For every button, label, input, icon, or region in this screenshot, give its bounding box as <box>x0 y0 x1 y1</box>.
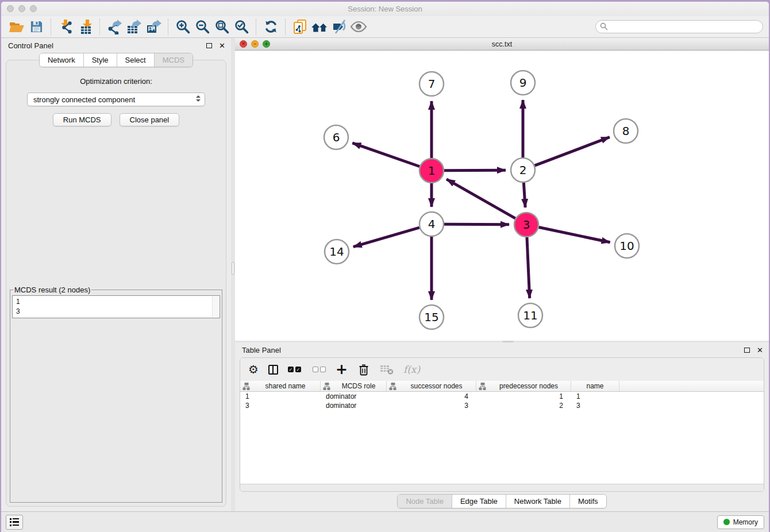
close-panel-icon[interactable]: ✕ <box>219 42 225 49</box>
graph-edge-4-3[interactable] <box>444 224 509 225</box>
hsplitter-handle[interactable] <box>502 341 514 342</box>
graph-edge-4-14[interactable] <box>353 228 419 246</box>
cell-name[interactable]: 3 <box>571 401 619 410</box>
graphics-details-button[interactable] <box>350 18 367 36</box>
function-builder-button[interactable]: f(x) <box>403 364 420 375</box>
cyndex-browser-button[interactable] <box>311 18 328 36</box>
column-header-predecessor-nodes[interactable]: predecessor nodes <box>476 381 571 391</box>
table-horizontal-scrollbar[interactable] <box>240 484 764 491</box>
table-tab-motifs[interactable]: Motifs <box>569 495 606 508</box>
float-panel-icon[interactable] <box>206 43 212 48</box>
import-table-button[interactable] <box>76 18 94 36</box>
vertical-splitter[interactable] <box>231 38 235 511</box>
cell-predecessor-nodes[interactable]: 1 <box>476 392 571 401</box>
close-window-button[interactable] <box>7 5 14 12</box>
table-tab-edge-table[interactable]: Edge Table <box>452 495 506 508</box>
memory-button[interactable]: Memory <box>717 515 764 529</box>
table-row-1[interactable]: 3dominator323 <box>240 401 764 410</box>
graph-node-1[interactable]: 1 <box>419 159 444 183</box>
network-canvas[interactable]: 1234678910111415 <box>235 51 769 341</box>
maximize-window-button[interactable] <box>30 5 37 12</box>
cell-shared-name[interactable]: 1 <box>240 392 321 401</box>
deselect-all-button[interactable] <box>313 367 326 372</box>
table-row-0[interactable]: 1dominator411 <box>240 392 764 401</box>
zoom-in-button[interactable] <box>174 18 191 36</box>
import-network-button[interactable] <box>57 18 74 36</box>
zoom-selected-button[interactable] <box>233 18 250 36</box>
node-label: 10 <box>619 239 634 253</box>
export-table-button[interactable] <box>125 18 143 36</box>
panel-selector-button[interactable] <box>6 515 23 530</box>
horizontal-splitter[interactable] <box>235 341 769 342</box>
network-close-button[interactable]: ✕ <box>240 40 247 48</box>
graph-node-4[interactable]: 4 <box>419 212 444 236</box>
save-session-button[interactable] <box>28 18 45 36</box>
select-all-button[interactable]: ✓✓ <box>288 367 303 372</box>
cell-name[interactable]: 1 <box>571 392 619 401</box>
graph-node-8[interactable]: 8 <box>614 119 638 143</box>
graph-node-2[interactable]: 2 <box>511 158 535 182</box>
network-maximize-button[interactable]: + <box>263 40 270 48</box>
graph-node-15[interactable]: 15 <box>419 305 444 329</box>
graph-edge-3-10[interactable] <box>539 228 610 242</box>
graph-node-3[interactable]: 3 <box>514 213 538 237</box>
clone-network-button[interactable] <box>291 18 309 36</box>
column-header-successor-nodes[interactable]: successor nodes <box>387 381 476 391</box>
graph-edge-2-8[interactable] <box>535 137 610 166</box>
graph-node-6[interactable]: 6 <box>324 125 348 149</box>
add-button[interactable]: + <box>336 364 348 375</box>
zoom-fit-button[interactable] <box>213 18 230 36</box>
export-network-button[interactable] <box>106 18 123 36</box>
chevron-updown-icon <box>196 95 201 102</box>
network-minimize-button[interactable]: – <box>251 40 259 48</box>
cell-successor-nodes[interactable]: 4 <box>387 392 476 401</box>
graph-edge-3-1[interactable] <box>446 179 515 218</box>
table-tab-network-table[interactable]: Network Table <box>506 495 569 508</box>
column-header-shared-name[interactable]: shared name <box>240 381 321 391</box>
run-mcds-button[interactable]: Run MCDS <box>53 113 111 126</box>
zoom-out-button[interactable] <box>194 18 211 36</box>
tab-network[interactable]: Network <box>40 53 83 67</box>
export-image-button[interactable] <box>145 18 162 36</box>
float-table-panel-icon[interactable] <box>744 348 750 353</box>
splitter-handle[interactable] <box>232 262 234 275</box>
close-panel-button[interactable]: Close panel <box>120 113 180 126</box>
mcds-result-box[interactable]: 13 <box>12 295 220 318</box>
cyndex-browser-icon <box>311 20 328 34</box>
network-graph[interactable]: 1234678910111415 <box>235 51 769 341</box>
refresh-view-button[interactable] <box>262 18 279 36</box>
graph-node-7[interactable]: 7 <box>419 72 444 96</box>
table-tab-node-table[interactable]: Node Table <box>398 495 452 508</box>
graph-edge-1-2[interactable] <box>444 170 506 171</box>
delete-table-button[interactable] <box>380 364 394 375</box>
cell-MCDS-role[interactable]: dominator <box>321 392 387 401</box>
graph-edge-1-6[interactable] <box>352 143 419 167</box>
column-header-MCDS-role[interactable]: MCDS role <box>321 381 387 391</box>
close-table-panel-icon[interactable]: ✕ <box>757 346 763 354</box>
graph-edge-3-11[interactable] <box>527 237 530 298</box>
search-input[interactable] <box>595 20 763 33</box>
graph-edge-2-3[interactable] <box>523 183 525 207</box>
delete-button[interactable] <box>357 363 370 376</box>
optimization-criterion-dropdown[interactable]: strongly connected component <box>27 92 205 106</box>
tab-select[interactable]: Select <box>117 53 154 67</box>
open-session-button[interactable] <box>8 18 25 36</box>
graph-node-14[interactable]: 14 <box>325 240 349 264</box>
result-scrollbar[interactable] <box>212 296 219 317</box>
cell-successor-nodes[interactable]: 3 <box>387 401 476 410</box>
memory-status-icon <box>723 519 730 525</box>
cell-MCDS-role[interactable]: dominator <box>321 401 387 410</box>
graph-node-10[interactable]: 10 <box>615 234 639 258</box>
toggle-split-button[interactable] <box>268 365 278 375</box>
tab-style[interactable]: Style <box>83 53 117 67</box>
minimize-window-button[interactable] <box>18 5 25 12</box>
hide-labels-button[interactable] <box>330 18 348 36</box>
tab-mcds[interactable]: MCDS <box>154 53 192 67</box>
cell-predecessor-nodes[interactable]: 2 <box>476 401 571 410</box>
column-header-name[interactable]: name <box>571 381 619 391</box>
network-window-titlebar[interactable]: ✕ – + scc.txt <box>235 38 769 51</box>
cell-shared-name[interactable]: 3 <box>240 401 321 410</box>
settings-button[interactable]: ⚙ <box>248 364 259 375</box>
graph-node-11[interactable]: 11 <box>518 303 542 327</box>
graph-node-9[interactable]: 9 <box>511 71 535 95</box>
